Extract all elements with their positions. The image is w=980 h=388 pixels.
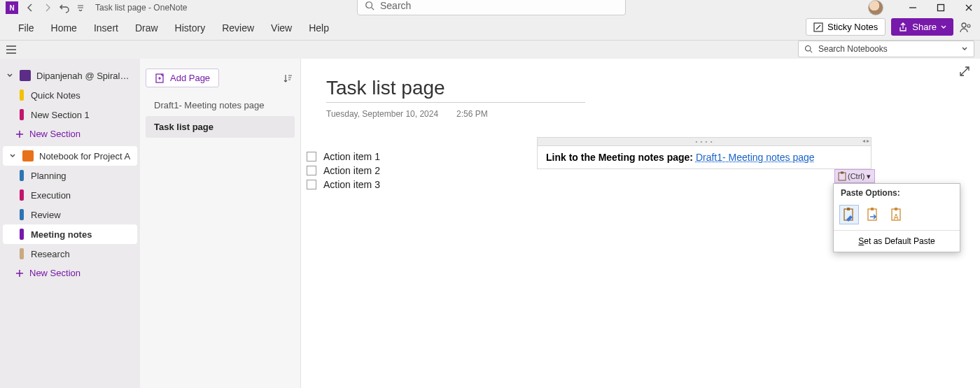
global-search-input[interactable]: Search [357,0,626,15]
paste-options-popup: Paste Options: A Set as Default Paste [833,183,960,252]
clipboard-icon [838,171,846,181]
section-quick-notes[interactable]: Quick Notes [0,85,140,105]
menu-draw[interactable]: Draw [127,18,167,38]
notebook-name: Notebook for Project A [39,151,132,161]
page-item-task-list[interactable]: Task list page [146,116,295,138]
section-label: New Section 1 [31,110,90,120]
section-review[interactable]: Review [0,205,140,224]
chevron-down-icon [8,152,17,159]
menu-history[interactable]: History [167,18,214,38]
customize-qat-button[interactable] [74,1,87,14]
page-item-label: Draft1- Meeting notes page [154,100,265,110]
menu-file[interactable]: File [10,18,43,38]
menu-review[interactable]: Review [214,18,262,38]
note-label: Link to the Meeting notes page: [546,152,696,163]
page-timestamp: Tuesday, September 10, 2024 2:56 PM [326,109,488,119]
new-section-label: New Section [29,268,80,278]
page-item-draft1[interactable]: Draft1- Meeting notes page [146,94,295,116]
forward-button[interactable] [41,1,55,15]
note-container[interactable]: • • • • ◂ ▸ Link to the Meeting notes pa… [537,137,872,169]
menu-view[interactable]: View [262,18,300,38]
drag-handle-icon: • • • • [696,140,713,144]
note-container-handle[interactable]: • • • • ◂ ▸ [537,137,872,145]
menu-help[interactable]: Help [300,18,337,38]
note-body[interactable]: Link to the Meeting notes page: Draft1- … [537,145,872,169]
sort-pages-button[interactable] [281,71,295,85]
share-label: Share [912,22,937,32]
notebook-item-1[interactable]: Dipanjenah @ Spiral… [0,66,140,85]
paste-merge-formatting[interactable] [863,205,883,224]
section-color-icon [20,189,24,201]
svg-rect-11 [868,209,876,220]
section-color-icon [20,170,24,181]
resize-handle-icon[interactable]: ◂ ▸ [862,138,869,144]
section-label: Quick Notes [31,90,80,101]
expand-page-button[interactable] [959,66,970,77]
section-color-icon [20,229,24,240]
navigation-toggle-button[interactable] [4,43,18,57]
checklist-item[interactable]: Action item 3 [323,179,380,190]
share-button[interactable]: Share [891,18,953,36]
section-research[interactable]: Research [0,244,140,264]
section-label: Planning [31,171,66,181]
set-default-paste-button[interactable]: Set as Default Paste [834,231,960,252]
search-notebooks-input[interactable]: Search Notebooks [798,41,974,57]
search-icon [804,45,813,53]
section-planning[interactable]: Planning [0,166,140,185]
paste-keep-text-only[interactable]: A [887,205,906,224]
checklist[interactable]: Action item 1 Action item 2 Action item … [307,150,380,192]
section-new-section-1[interactable]: New Section 1 [0,105,140,124]
sticky-notes-button[interactable]: Sticky Notes [806,18,886,36]
add-page-icon [155,73,164,83]
section-color-icon [20,209,24,220]
svg-rect-10 [847,208,850,210]
plus-icon [15,269,24,278]
checkbox[interactable] [307,180,316,189]
page-title[interactable]: Task list page [326,77,585,103]
sticky-note-icon [813,22,823,32]
note-link[interactable]: Draft1- Meeting notes page [696,152,815,163]
svg-rect-14 [895,208,897,210]
plus-icon [15,130,24,138]
new-section-button[interactable]: New Section [0,264,140,282]
menu-insert[interactable]: Insert [85,18,127,38]
page-list-panel: Add Page Draft1- Meeting notes page Task… [140,59,301,388]
checklist-item[interactable]: Action item 1 [323,151,380,162]
checkbox[interactable] [307,152,316,161]
sort-icon [283,73,293,83]
document-title: Task list page - OneNote [95,3,187,13]
new-section-label: New Section [29,129,80,139]
search-icon [365,1,374,10]
menu-home[interactable]: Home [43,18,85,38]
checkbox[interactable] [307,166,316,175]
add-page-button[interactable]: Add Page [146,69,219,87]
maximize-button[interactable] [934,1,948,15]
svg-point-4 [967,24,970,27]
chevron-down-icon [961,45,968,52]
checklist-item[interactable]: Action item 2 [323,165,380,176]
section-execution[interactable]: Execution [0,185,140,205]
back-button[interactable] [24,1,38,15]
undo-button[interactable] [57,1,71,15]
add-page-label: Add Page [170,73,210,83]
svg-rect-12 [871,208,874,210]
section-label: Review [31,210,61,220]
notebook-item-2[interactable]: Notebook for Project A [3,146,137,166]
clipboard-text-icon: A [890,207,904,222]
svg-rect-1 [938,5,944,11]
share-icon [898,22,908,32]
sub-bar: Search Notebooks [0,41,980,59]
new-section-button[interactable]: New Section [0,124,140,143]
paste-keep-source-formatting[interactable] [839,205,859,224]
user-avatar[interactable] [868,0,883,15]
section-meeting-notes[interactable]: Meeting notes [3,224,137,244]
people-presence-button[interactable] [959,20,973,34]
paste-options-ctrl-button[interactable]: (Ctrl) ▾ [834,169,875,183]
svg-text:A: A [894,213,899,221]
chevron-down-icon [6,72,14,79]
svg-point-0 [366,2,372,8]
minimize-button[interactable] [906,1,920,15]
svg-rect-8 [841,172,844,174]
close-button[interactable] [962,1,976,15]
page-canvas[interactable]: Task list page Tuesday, September 10, 20… [301,59,980,388]
